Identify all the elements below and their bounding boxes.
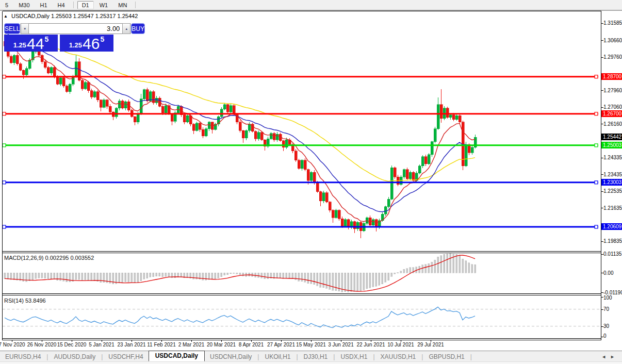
volume-input[interactable] [29, 23, 122, 34]
tab-separator: | [470, 353, 472, 360]
price-tick-1.22535: 1.22535 [603, 188, 622, 194]
tab-scroll-right-icon[interactable]: ► [610, 354, 619, 359]
price-tick-1.19835: 1.19835 [603, 238, 622, 244]
price-tick-1.30660: 1.30660 [603, 38, 622, 43]
tab-dj30-h1[interactable]: DJ30,H1 [299, 353, 333, 361]
macd-tick-0.00: 0.00 [603, 270, 613, 276]
date-label: 15 Dec 2020 [57, 342, 87, 348]
rsi-tick-70: 70 [603, 306, 609, 312]
tab-eurusd-h4[interactable]: EURUSD,H4 [0, 353, 46, 361]
date-label: 7 Nov 2020 [0, 342, 25, 348]
date-label: 27 Apr 2021 [267, 342, 295, 348]
tab-usdcnh-daily[interactable]: USDCNH,Daily [205, 353, 257, 361]
date-label: 10 Jul 2021 [387, 342, 414, 348]
date-label: 29 Jul 2021 [417, 342, 444, 348]
price-tick-1.24335: 1.24335 [603, 155, 622, 160]
chart-canvas[interactable] [0, 0, 622, 364]
tab-audusd-daily[interactable]: AUDUSD,Daily [48, 353, 101, 361]
price-tick-1.29760: 1.29760 [603, 54, 622, 60]
chart-title: ▲ USDCAD,Daily 1.25503 1.25547 1.25317 1… [4, 13, 138, 19]
buy-price-prefix: 1.25 [69, 41, 82, 49]
tab-ukoil-h1[interactable]: UKOil,H1 [259, 353, 296, 361]
tab-usdchf-h4[interactable]: USDCHF,H4 [103, 353, 148, 361]
macd-name: MACD(12,26,9) [4, 255, 43, 261]
price-tick-1.23435: 1.23435 [603, 172, 622, 177]
sell-price-box[interactable]: 1.25 44 5 [4, 35, 58, 52]
date-label: 22 Jun 2021 [356, 342, 385, 348]
buy-price-big: 46 [83, 37, 100, 51]
tab-scroll-arrows[interactable]: ◄► [601, 354, 619, 359]
sell-button[interactable]: SELL [4, 23, 20, 34]
current-price-label: 1.25442 [601, 134, 622, 140]
rsi-tick-30: 30 [603, 323, 609, 329]
date-label: 2 Mar 2021 [178, 342, 205, 348]
level-price-label-1.28700: 1.28700 [601, 73, 622, 80]
macd-tick-0.01135: 0.01135 [603, 251, 621, 257]
ohlc-high: 1.25547 [73, 13, 94, 19]
price-tick-1.27960: 1.27960 [603, 88, 622, 93]
date-label: 5 Jan 2021 [89, 342, 114, 348]
rsi-indicator-label: RSI(14) 53.8496 [4, 297, 46, 304]
tab-gbpusd-h1[interactable]: GBPUSD,H1 [423, 353, 469, 361]
volume-stepper: ▾ ▴ [20, 23, 131, 34]
ohlc-close: 1.25442 [118, 13, 138, 19]
macd-main-value: 0.002295 [45, 255, 69, 261]
date-label: 26 Nov 2020 [27, 342, 57, 348]
volume-decrease-button[interactable]: ▾ [21, 23, 29, 34]
one-click-trade-panel: SELL ▾ ▴ BUY 1.25 44 5 1.25 46 5 [4, 23, 113, 52]
volume-increase-button[interactable]: ▴ [122, 23, 130, 34]
sell-price-pip: 5 [44, 35, 48, 43]
price-tick-1.27060: 1.27060 [603, 104, 622, 110]
rsi-tick-100: 100 [603, 295, 612, 301]
date-label: 15 May 2021 [296, 342, 326, 348]
rsi-tick-0: 0 [603, 333, 607, 339]
price-tick-1.21635: 1.21635 [603, 205, 622, 211]
symbol-tab-bar: EURUSD,H4|AUDUSD,Daily|USDCHF,H4USDCAD,D… [0, 351, 622, 362]
macd-signal-value: 0.003552 [70, 255, 94, 261]
buy-button[interactable]: BUY [131, 23, 145, 34]
tab-usdcad-daily[interactable]: USDCAD,Daily [149, 351, 205, 361]
sell-price-big: 44 [27, 37, 44, 51]
collapse-panel-icon[interactable]: ▲ [4, 14, 8, 19]
status-strip [0, 361, 622, 364]
date-label: 11 Feb 2021 [147, 342, 175, 348]
tab-xauusd-h1[interactable]: XAUUSD,H1 [375, 353, 421, 361]
macd-indicator-label: MACD(12,26,9) 0.002295 0.003552 [4, 255, 94, 261]
buy-price-pip: 5 [100, 35, 104, 43]
sell-price-prefix: 1.25 [13, 41, 26, 49]
rsi-name: RSI(14) [4, 297, 24, 304]
price-tick-1.26160: 1.26160 [603, 121, 622, 127]
date-label: 20 Mar 2021 [207, 342, 236, 348]
date-label: 23 Jan 2021 [117, 342, 145, 348]
chart-symbol-label: USDCAD,Daily [11, 13, 50, 19]
trading-terminal-window: 5M30H1H4D1W1MN ▲ USDCAD,Daily 1.25503 1.… [0, 0, 622, 364]
level-price-label-1.20609: 1.20609 [601, 223, 622, 230]
ohlc-low: 1.25317 [95, 13, 116, 19]
buy-price-box[interactable]: 1.25 46 5 [60, 35, 113, 52]
date-label: 8 Apr 2021 [239, 342, 264, 348]
level-price-label-1.25003: 1.25003 [601, 142, 622, 148]
date-label: 3 Jun 2021 [328, 342, 354, 348]
level-price-label-1.23003: 1.23003 [601, 179, 622, 186]
ohlc-open: 1.25503 [51, 13, 72, 19]
tab-scroll-left-icon[interactable]: ◄ [601, 354, 610, 359]
level-price-label-1.26700: 1.26700 [601, 110, 622, 117]
rsi-value: 53.8496 [25, 297, 46, 304]
price-tick-1.31585: 1.31585 [603, 20, 622, 26]
tab-usdx-h1[interactable]: USDX,H1 [335, 353, 372, 361]
